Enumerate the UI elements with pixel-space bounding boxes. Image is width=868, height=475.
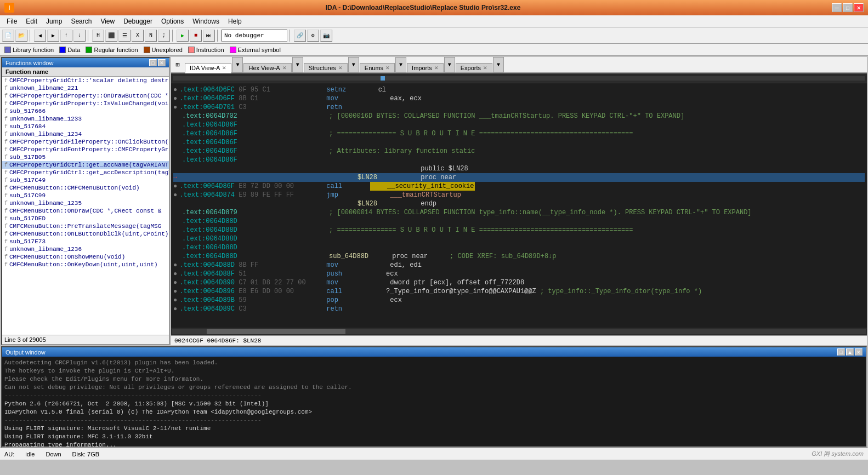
tab-ida-view-close[interactable]: ✕ [222, 65, 226, 71]
fn-item-0[interactable]: f CMFCPropertyGridCtrl::'scalar deleting… [2, 77, 169, 84]
fn-item-13[interactable]: f sub_517C49 [2, 176, 169, 184]
nav-overview-content[interactable] [173, 76, 865, 81]
call-target[interactable]: __security_init_cookie [370, 182, 475, 191]
function-list[interactable]: f CMFCPropertyGridCtrl::'scalar deleting… [2, 77, 169, 335]
minimize-button[interactable]: ─ [832, 3, 842, 12]
toolbar-up[interactable]: ↑ [60, 30, 72, 42]
menu-edit[interactable]: Edit [21, 16, 42, 26]
fn-item-2[interactable]: f CMFCPropertyGridProperty::OnDrawButton… [2, 92, 169, 100]
mnemonic-pop-ecx: pop [326, 296, 370, 305]
tab-structures[interactable]: Structures ✕ [304, 63, 348, 72]
toolbar-detach[interactable]: ⚙ [307, 30, 319, 42]
fn-item-12[interactable]: f CMFCPropertyGridCtrl::get_accDescripti… [2, 169, 169, 176]
toolbar-xref[interactable]: X [132, 30, 144, 42]
toolbar-forward[interactable]: ▶ [47, 30, 59, 42]
fn-item-18[interactable]: f sub_517DED [2, 215, 169, 222]
fn-item-20[interactable]: f CMFCMenuButton::OnLButtonDblClk(uint,C… [2, 230, 169, 238]
output-maximize-button[interactable]: ▲ [846, 348, 854, 356]
maximize-button[interactable]: □ [843, 3, 853, 12]
bytes-2: C3 [239, 103, 326, 112]
code-hscrollbar[interactable] [171, 328, 867, 335]
fn-icon-4: f [4, 108, 8, 115]
fn-item-6[interactable]: f sub_517684 [2, 123, 169, 130]
panel-close-button[interactable]: ✕ [158, 59, 166, 66]
code-line-1: ● .text:0064D6FF 8B C1 mov eax, ecx [173, 94, 865, 103]
tab-enums[interactable]: Enums ✕ [360, 63, 395, 72]
fn-item-22[interactable]: f unknown_libname_1236 [2, 245, 169, 253]
fn-item-7[interactable]: f unknown_libname_1234 [2, 130, 169, 138]
tab-exports-arrow[interactable]: ▼ [493, 57, 504, 72]
toolbar-list[interactable]: ☰ [118, 30, 131, 42]
menu-file[interactable]: File [2, 16, 21, 26]
fn-item-16[interactable]: f unknown_libname_1235 [2, 199, 169, 207]
fn-item-23[interactable]: f CMFCMenuButton::OnShowMenu(void) [2, 253, 169, 261]
fn-item-11[interactable]: f CMFCPropertyGridCtrl::get_accName(tagV… [2, 161, 169, 169]
debugger-selector[interactable]: No debugger [222, 30, 287, 42]
fn-item-3[interactable]: f CMFCPropertyGridProperty::IsValueChang… [2, 100, 169, 107]
tab-hex[interactable]: Hex View-A ✕ [243, 63, 291, 72]
toolbar-back[interactable]: ◀ [34, 30, 46, 42]
tab-exports[interactable]: Exports ✕ [456, 63, 492, 72]
code-line-proc[interactable]: → $LN28 proc near [173, 173, 865, 182]
fn-item-5[interactable]: f unknown_libname_1233 [2, 115, 169, 123]
tab-hex-arrow[interactable]: ▼ [292, 57, 303, 72]
toolbar-run[interactable]: ▶ [177, 30, 189, 42]
addr-1: .text:0064D6FF [179, 94, 239, 103]
toolbar-graph[interactable]: ⬛ [105, 30, 117, 42]
output-restore-button[interactable]: □ [837, 348, 845, 356]
code-view[interactable]: ● .text:0064D6FC 0F 95 C1 setnz cl ● .te… [171, 83, 867, 328]
close-button[interactable]: ✕ [854, 3, 864, 12]
output-close-button[interactable]: ✕ [855, 348, 863, 356]
fn-item-4[interactable]: f sub_517666 [2, 107, 169, 115]
panel-float-button[interactable]: □ [149, 59, 157, 66]
fn-item-24[interactable]: f CMFCMenuButton::OnKeyDown(uint,uint,ui… [2, 261, 169, 268]
fn-item-15[interactable]: f sub_517C99 [2, 192, 169, 199]
tab-imports[interactable]: Imports ✕ [407, 63, 444, 72]
tab-imports-arrow[interactable]: ▼ [444, 57, 455, 72]
fn-item-1[interactable]: f unknown_libname_221 [2, 84, 169, 92]
menu-jump[interactable]: Jump [42, 16, 66, 26]
toolbar-name[interactable]: N [145, 30, 157, 42]
tab-structures-close[interactable]: ✕ [338, 65, 343, 71]
menu-help[interactable]: Help [224, 16, 246, 26]
addr-empty-2: .text:0064D86F [182, 138, 241, 147]
toolbar-attach[interactable]: 🔗 [294, 30, 306, 42]
jump-target[interactable]: ___tmainCRTStartup [370, 191, 461, 199]
toolbar-open[interactable]: 📂 [15, 30, 27, 42]
code-hscroll-thumb[interactable] [207, 329, 345, 334]
menu-options[interactable]: Options [157, 16, 188, 26]
toolbar-step[interactable]: ⏭ [203, 30, 215, 42]
tab-hex-close[interactable]: ✕ [282, 65, 287, 71]
fn-icon-2: f [4, 93, 8, 99]
fn-item-21[interactable]: f sub_517E73 [2, 238, 169, 245]
tab-structures-arrow[interactable]: ▼ [348, 57, 359, 72]
output-content[interactable]: Autodetecting CRCPlugin v1.6(t2013) plug… [2, 357, 866, 447]
panel-icon[interactable]: ⊞ [171, 57, 184, 72]
code-hscroll-track[interactable] [172, 329, 866, 334]
toolbar-comment[interactable]: ; [158, 30, 170, 42]
toolbar-snapshot[interactable]: 📷 [320, 30, 332, 42]
fn-item-8[interactable]: f CMFCPropertyGridFileProperty::OnClickB… [2, 138, 169, 146]
tab-ida-view[interactable]: IDA View-A ✕ [185, 63, 231, 73]
toolbar-down[interactable]: ↓ [73, 30, 86, 42]
toolbar-stop[interactable]: ■ [190, 30, 202, 42]
addr-push-ecx: .text:0064D88F [179, 270, 239, 278]
menu-search[interactable]: Search [66, 16, 96, 26]
fn-item-10[interactable]: f sub_517B05 [2, 153, 169, 161]
toolbar-new[interactable]: 📄 [2, 30, 14, 42]
menu-view[interactable]: View [96, 16, 119, 26]
tab-enums-arrow[interactable]: ▼ [395, 57, 406, 72]
endp-label: endp [377, 199, 436, 208]
tab-imports-close[interactable]: ✕ [434, 65, 439, 71]
fn-icon-9: f [4, 147, 8, 153]
tab-enums-close[interactable]: ✕ [385, 65, 390, 71]
menu-debugger[interactable]: Debugger [119, 16, 157, 26]
fn-item-19[interactable]: f CMFCMenuButton::PreTranslateMessage(ta… [2, 222, 169, 230]
tab-ida-arrow[interactable]: ▼ [232, 57, 243, 72]
fn-item-14[interactable]: f CMFCMenuButton::CMFCMenuButton(void) [2, 184, 169, 192]
toolbar-hex[interactable]: H [92, 30, 104, 42]
fn-item-17[interactable]: f CMFCMenuButton::OnDraw(CDC *,CRect con… [2, 207, 169, 215]
fn-item-9[interactable]: f CMFCPropertyGridFontProperty::CMFCProp… [2, 146, 169, 153]
menu-windows[interactable]: Windows [188, 16, 224, 26]
tab-exports-close[interactable]: ✕ [483, 65, 487, 71]
